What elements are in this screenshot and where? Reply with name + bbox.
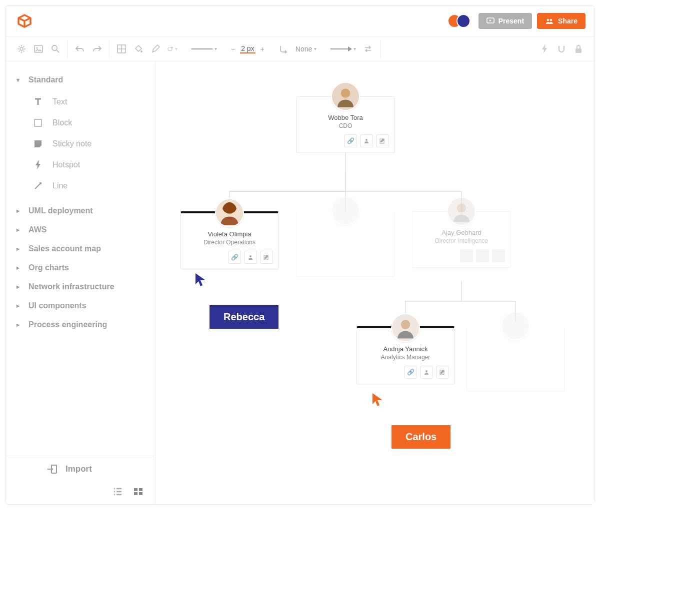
image-icon[interactable]	[34, 44, 44, 54]
person-icon[interactable]	[360, 134, 373, 147]
org-card-intelligence[interactable]: Ajay Gebhard Director Intelligence	[412, 211, 510, 268]
avatar-cdo	[331, 82, 360, 111]
canvas[interactable]: Wobbe Tora CDO 🔗 Violeta Olimpia Directo…	[156, 61, 594, 504]
category-ui-components[interactable]: ▸UI components	[16, 296, 144, 315]
block-icon	[32, 117, 44, 128]
link-icon[interactable]: 🔗	[228, 251, 241, 264]
avatar-placeholder	[501, 311, 530, 340]
avatar-placeholder	[331, 196, 360, 225]
grid-icon[interactable]	[116, 44, 126, 54]
svg-rect-15	[139, 488, 142, 491]
svg-point-6	[36, 47, 38, 48]
svg-point-30	[426, 370, 428, 372]
presence-avatars[interactable]	[448, 14, 470, 28]
org-card-placeholder-1[interactable]	[296, 211, 394, 276]
card-title: Director Operations	[186, 239, 273, 246]
shape-hotspot[interactable]: Hotspot	[32, 154, 144, 175]
svg-point-27	[457, 203, 466, 213]
import-button[interactable]: Import	[6, 456, 155, 482]
cursor-label-rebecca: Rebecca	[210, 305, 278, 329]
svg-point-3	[550, 18, 552, 20]
line-icon	[32, 180, 44, 191]
app-logo[interactable]	[14, 11, 34, 31]
avatar-analytics	[391, 313, 420, 342]
line-routing-icon[interactable]	[278, 44, 288, 54]
svg-point-7	[52, 45, 57, 50]
import-icon	[46, 464, 58, 474]
person-icon[interactable]	[244, 251, 257, 264]
svg-point-2	[547, 18, 549, 20]
avatar-operations	[215, 198, 244, 227]
svg-point-4	[20, 47, 23, 50]
gear-icon[interactable]	[16, 44, 26, 54]
arrow-style-dropdown[interactable]: ▾	[330, 46, 356, 51]
lightning-icon[interactable]	[540, 44, 550, 54]
shape-text[interactable]: Text	[32, 91, 144, 112]
svg-point-19	[341, 88, 350, 98]
stroke-decrement[interactable]: −	[231, 45, 235, 53]
svg-rect-17	[139, 492, 142, 495]
remote-cursor-carlos: Carlos	[372, 392, 450, 449]
undo-icon[interactable]	[75, 44, 85, 54]
card-title: Director Intelligence	[418, 237, 505, 244]
share-button-label: Share	[558, 17, 578, 25]
magnet-icon[interactable]	[556, 44, 566, 54]
present-button[interactable]: Present	[478, 13, 532, 29]
share-button[interactable]: Share	[537, 13, 586, 29]
category-process-engineering[interactable]: ▸Process engineering	[16, 315, 144, 334]
card-name: Violeta Olimpia	[186, 230, 273, 238]
edit-icon[interactable]	[436, 366, 449, 379]
person-icon[interactable]	[420, 366, 433, 379]
category-standard[interactable]: ▾Standard	[16, 70, 144, 89]
redo-icon[interactable]	[92, 44, 102, 54]
link-icon[interactable]	[460, 249, 473, 262]
category-network-infrastructure[interactable]: ▸Network infrastructure	[16, 277, 144, 296]
shape-line[interactable]: Line	[32, 175, 144, 196]
category-sales-account-map[interactable]: ▸Sales account map	[16, 239, 144, 258]
shape-block[interactable]: Block	[32, 112, 144, 133]
edit-icon[interactable]	[260, 251, 273, 264]
svg-point-24	[250, 255, 252, 257]
avatar-intelligence	[447, 197, 476, 226]
org-card-placeholder-2[interactable]	[466, 326, 564, 391]
presence-dot-rebecca[interactable]	[456, 14, 470, 28]
category-uml-deployment[interactable]: ▸UML deployment	[16, 201, 144, 220]
svg-rect-14	[134, 488, 138, 491]
category-aws[interactable]: ▸AWS	[16, 220, 144, 239]
link-icon[interactable]: 🔗	[344, 134, 357, 147]
link-icon[interactable]: 🔗	[404, 366, 417, 379]
edit-icon[interactable]	[492, 249, 505, 262]
cursor-label-carlos: Carlos	[392, 425, 450, 449]
swap-endpoints-icon[interactable]	[363, 44, 373, 54]
card-title: CDO	[302, 122, 389, 129]
stroke-width-value[interactable]: 2 px	[240, 44, 255, 53]
present-button-label: Present	[498, 17, 524, 25]
line-style-dropdown[interactable]: ▾	[192, 46, 217, 51]
pencil-icon[interactable]	[150, 44, 160, 54]
card-title: Analytics Manager	[362, 354, 449, 361]
svg-rect-11	[576, 48, 582, 53]
sticky-note-icon	[32, 138, 44, 149]
hotspot-icon	[32, 159, 44, 170]
person-icon[interactable]	[476, 249, 489, 262]
search-icon[interactable]	[50, 44, 60, 54]
stroke-increment[interactable]: +	[260, 45, 264, 53]
lock-icon[interactable]	[574, 44, 584, 54]
svg-point-29	[401, 320, 410, 329]
fill-icon[interactable]	[134, 44, 144, 54]
org-card-cdo[interactable]: Wobbe Tora CDO 🔗	[296, 96, 394, 153]
org-card-analytics[interactable]: Andrija Yannick Analytics Manager 🔗	[356, 326, 454, 384]
style-preset-icon[interactable]: ▾	[168, 44, 178, 54]
list-view-icon[interactable]	[112, 487, 123, 496]
remote-cursor-rebecca: Rebecca	[194, 272, 278, 329]
text-icon	[32, 96, 44, 107]
shape-sticky-note[interactable]: Sticky note	[32, 133, 144, 154]
line-arc-dropdown[interactable]: None▾	[296, 45, 316, 53]
org-card-operations[interactable]: Violeta Olimpia Director Operations 🔗	[180, 211, 278, 269]
card-name: Ajay Gebhard	[418, 229, 505, 236]
grid-view-icon[interactable]	[133, 487, 144, 496]
edit-icon[interactable]	[376, 134, 389, 147]
category-org-charts[interactable]: ▸Org charts	[16, 258, 144, 277]
card-name: Andrija Yannick	[362, 345, 449, 353]
card-name: Wobbe Tora	[302, 114, 389, 121]
